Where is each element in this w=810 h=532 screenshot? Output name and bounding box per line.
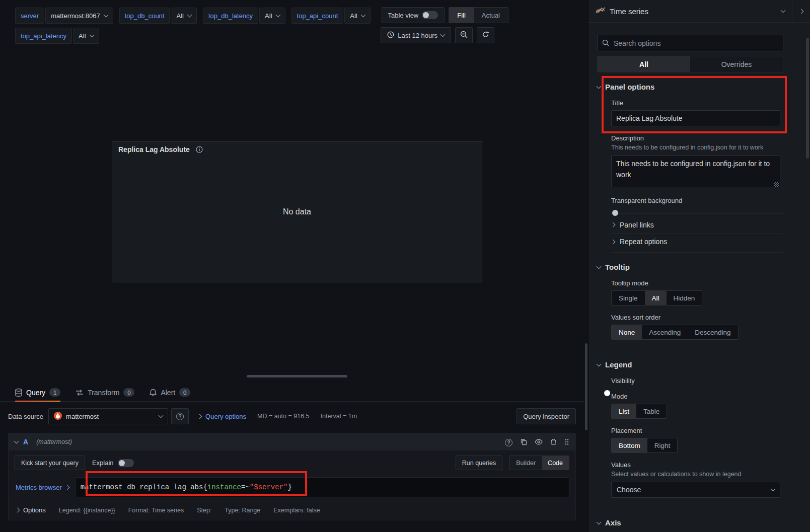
tab-all[interactable]: All	[598, 56, 690, 72]
chevron-right-icon	[611, 239, 616, 244]
query-options-toggle[interactable]: Query options	[198, 413, 246, 420]
query-help-button[interactable]: ?	[505, 438, 512, 446]
values-sort-order-group: None Ascending Descending	[611, 325, 739, 340]
panel-resize-handle[interactable]	[247, 375, 347, 377]
kick-start-button[interactable]: Kick start your query	[15, 455, 85, 470]
chevron-down-icon[interactable]	[14, 439, 19, 444]
query-count-badge: 1	[49, 388, 60, 397]
repeat-options-row[interactable]: Repeat options	[611, 233, 783, 250]
variable-top-db-count: top_db_count All	[119, 8, 197, 24]
zoom-out-button[interactable]	[455, 27, 473, 43]
drag-handle-icon[interactable]	[564, 438, 569, 445]
query-datasource-hint: (mattermost)	[36, 438, 72, 445]
exemplars-summary: Exemplars: false	[273, 507, 320, 514]
table-view-switch[interactable]	[422, 11, 438, 19]
toolbar-row-1: server mattermost:8067 top_db_count All …	[15, 7, 588, 24]
builder-option[interactable]: Builder	[510, 456, 542, 470]
toolbar-row-2: top_api_latency All Last 12 hours	[15, 27, 588, 44]
panel-view-controls: Table view Fill Actual	[382, 7, 508, 23]
legend-mode-table[interactable]: Table	[636, 404, 667, 418]
query-inspector-button[interactable]: Query inspector	[517, 408, 576, 424]
query-card-header[interactable]: A (mattermost) ?	[9, 433, 575, 450]
run-queries-button[interactable]: Run queries	[456, 455, 502, 470]
chevron-down-icon	[771, 487, 776, 492]
refresh-button[interactable]	[477, 27, 494, 43]
variable-value-dropdown[interactable]: All	[171, 8, 196, 24]
database-icon	[15, 389, 22, 397]
datasource-help-button[interactable]: ?	[171, 408, 189, 424]
duplicate-query-button[interactable]	[520, 438, 527, 445]
options-body: All Overrides Panel options Title Descri…	[588, 23, 810, 527]
variable-value-dropdown[interactable]: All	[259, 8, 285, 24]
sort-descending[interactable]: Descending	[688, 325, 738, 339]
panel-options-pane: Time series All Overrides	[588, 0, 810, 532]
axis-header[interactable]: Axis	[597, 518, 783, 527]
options-collapse-toggle[interactable]: Options	[16, 506, 46, 514]
variable-value-dropdown[interactable]: All	[73, 28, 99, 44]
sort-none[interactable]: None	[612, 325, 642, 339]
variable-server: server mattermost:8067	[15, 8, 113, 24]
panel-description-textarea[interactable]: This needs to be configured in config.js…	[611, 155, 780, 187]
panel-preview: Replica Lag Absolute No data	[112, 141, 482, 282]
tooltip-mode-hidden[interactable]: Hidden	[667, 291, 702, 305]
tooltip-mode-single[interactable]: Single	[612, 291, 645, 305]
interval-text: Interval = 1m	[321, 413, 357, 420]
tooltip-header[interactable]: Tooltip	[597, 263, 783, 271]
legend-values-label: Values	[611, 461, 780, 469]
legend-mode-list[interactable]: List	[612, 404, 636, 418]
promql-label-name: instance	[207, 483, 241, 491]
panel-options-header[interactable]: Panel options	[597, 83, 783, 91]
viz-picker-dropdown[interactable]: Time series	[596, 7, 781, 16]
legend-placement-label: Placement	[611, 427, 780, 434]
placement-bottom[interactable]: Bottom	[612, 438, 647, 452]
tab-query[interactable]: Query 1	[15, 384, 60, 401]
transparent-background-label: Transparent background	[611, 197, 780, 204]
code-option[interactable]: Code	[542, 456, 569, 470]
explain-toggle[interactable]: Explain	[92, 459, 134, 467]
search-options-input[interactable]	[597, 35, 783, 51]
variable-label: server	[15, 8, 44, 24]
time-controls: Last 12 hours	[381, 27, 494, 43]
actual-option[interactable]: Actual	[474, 8, 508, 23]
tooltip-mode-group: Single All Hidden	[611, 290, 702, 306]
title-field-label: Title	[611, 99, 780, 107]
explain-switch[interactable]	[118, 459, 134, 467]
sort-ascending[interactable]: Ascending	[642, 325, 688, 339]
promql-expression-input[interactable]: mattermost_db_replica_lag_abs{instance=~…	[75, 477, 569, 497]
metrics-row: Metrics browser mattermost_db_replica_la…	[9, 473, 575, 501]
variable-value-dropdown[interactable]: All	[344, 8, 370, 24]
tab-transform[interactable]: Transform 0	[76, 384, 134, 401]
table-view-toggle[interactable]: Table view	[382, 7, 445, 23]
options-scrollbar[interactable]	[806, 38, 809, 159]
tab-alert[interactable]: Alert 0	[150, 384, 190, 401]
collapse-pane-button[interactable]	[792, 0, 810, 23]
chevron-down-icon	[440, 32, 446, 37]
section-axis: Axis	[597, 518, 783, 527]
delete-query-button[interactable]	[550, 438, 557, 445]
promql-close-brace: }	[287, 483, 291, 491]
timeseries-viz-icon	[596, 7, 605, 16]
section-panel-options: Panel options Title Description This nee…	[597, 83, 783, 253]
chevron-down-icon	[187, 13, 192, 18]
main-scrollbar[interactable]	[585, 343, 587, 430]
tab-overrides[interactable]: Overrides	[690, 56, 783, 72]
time-range-picker[interactable]: Last 12 hours	[381, 27, 451, 43]
variable-value-dropdown[interactable]: mattermost:8067	[45, 8, 113, 24]
metrics-browser-button[interactable]: Metrics browser	[15, 484, 69, 491]
promql-metric: mattermost_db_replica_lag_abs{	[81, 483, 207, 491]
fill-option[interactable]: Fill	[449, 8, 474, 23]
chevron-down-icon	[275, 13, 280, 18]
variable-label: top_api_latency	[15, 28, 72, 44]
tooltip-mode-all[interactable]: All	[645, 291, 667, 305]
legend-values-select[interactable]: Choose	[611, 482, 780, 498]
legend-header[interactable]: Legend	[597, 360, 783, 369]
dashboard-toolbar: server mattermost:8067 top_db_count All …	[15, 7, 588, 47]
hide-query-button[interactable]	[535, 439, 543, 445]
panel-title-input[interactable]	[611, 110, 780, 126]
placement-right[interactable]: Right	[647, 438, 678, 452]
panel-links-row[interactable]: Panel links	[611, 216, 783, 233]
search-icon	[602, 39, 609, 48]
datasource-label: Data source	[8, 413, 43, 420]
datasource-select[interactable]: mattermost	[48, 408, 168, 424]
variable-top-db-latency: top_db_latency All	[203, 8, 285, 24]
